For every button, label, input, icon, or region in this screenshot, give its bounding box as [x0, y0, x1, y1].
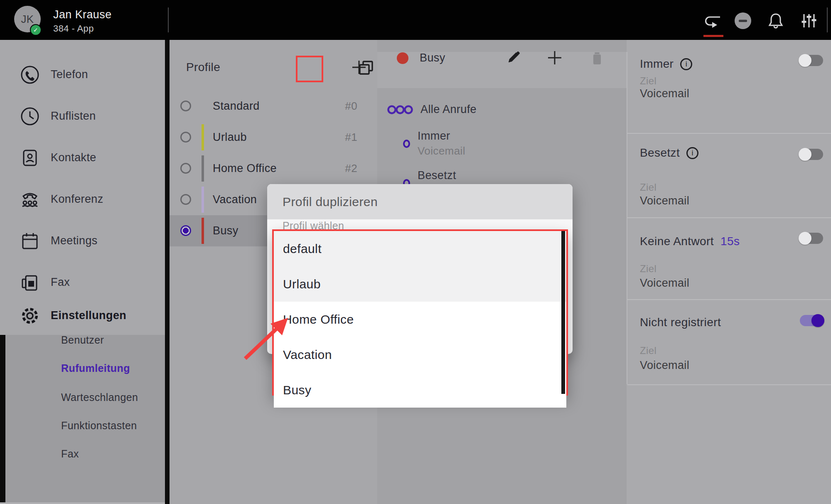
profile-row-standard[interactable]: Standard #0	[170, 91, 377, 122]
section-label-besetzt: Besetzt i	[640, 146, 698, 160]
user-name: Jan Krause	[53, 8, 112, 21]
profile-radio[interactable]	[180, 163, 191, 174]
user-extension: 384 - App	[53, 23, 94, 34]
notifications-bell-icon[interactable]	[767, 12, 785, 30]
dropdown-option-busy[interactable]: Busy	[274, 372, 566, 408]
edit-profile-icon[interactable]	[505, 50, 521, 66]
forwarding-settings-panel: Immer i Ziel Voicemail Besetzt i Ziel Vo…	[627, 40, 831, 504]
target-label: Ziel	[640, 182, 656, 193]
profile-select-dropdown: default Urlaub Home Office Vacation Busy	[272, 229, 568, 396]
sidebar-item-meetings[interactable]: Meetings	[0, 231, 165, 264]
target-label: Ziel	[640, 263, 656, 275]
dropdown-scrollbar[interactable]	[561, 231, 565, 394]
settings-active-bar	[0, 335, 5, 502]
sidebar-item-konferenz[interactable]: Konferenz	[0, 189, 165, 223]
header-divider	[168, 7, 169, 32]
dropdown-option-default[interactable]: default	[274, 231, 566, 266]
contact-card-icon	[20, 148, 40, 168]
profile-color-bar	[202, 124, 204, 150]
online-status-icon: ✓	[30, 24, 42, 36]
profile-radio[interactable]	[180, 132, 191, 143]
phone-icon	[20, 65, 40, 85]
sidebar-subitem-funktionstasten[interactable]: Funktionstasten	[61, 420, 137, 432]
modal-title: Profil duplizieren	[283, 195, 378, 209]
toggle-besetzt[interactable]	[800, 149, 823, 160]
dropdown-option-vacation[interactable]: Vacation	[274, 337, 566, 372]
header-divider	[827, 7, 828, 32]
profile-radio[interactable]	[180, 194, 191, 205]
annotation-box-duplicate-icon	[296, 56, 323, 82]
top-bar: JK ✓ Jan Krause 384 - App	[0, 0, 831, 40]
info-icon[interactable]: i	[680, 58, 692, 70]
profile-status-dot	[397, 52, 408, 64]
profile-color-bar	[202, 187, 204, 213]
sidebar-item-telefon[interactable]: Telefon	[0, 65, 165, 98]
settings-sliders-icon[interactable]	[800, 12, 818, 30]
section-divider	[627, 217, 831, 218]
avatar-initials: JK	[21, 13, 34, 26]
sidebar-item-einstellungen[interactable]: Einstellungen	[0, 306, 165, 339]
panel-divider	[627, 52, 627, 384]
fax-icon	[20, 273, 40, 293]
section-label-immer: Immer i	[640, 57, 692, 71]
annotation-arrow	[231, 305, 301, 368]
toggle-immer[interactable]	[800, 55, 823, 66]
toggle-knob	[799, 148, 811, 161]
sidebar: Telefon Ruflisten Kontakte Konferenz Mee	[0, 40, 165, 504]
target-value[interactable]: Voicemail	[640, 359, 689, 372]
toggle-knob	[799, 54, 811, 67]
sidebar-footer	[0, 502, 165, 504]
call-forwarding-icon[interactable]	[703, 12, 722, 30]
calendar-icon	[20, 231, 40, 251]
target-label: Ziel	[640, 75, 656, 87]
no-answer-timeout[interactable]: 15s	[720, 235, 740, 248]
target-value[interactable]: Voicemail	[640, 194, 689, 207]
dropdown-option-urlaub[interactable]: Urlaub	[274, 266, 566, 302]
clock-icon	[20, 106, 40, 126]
call-forwarding-active-underline	[703, 35, 723, 37]
sidebar-item-ruflisten[interactable]: Ruflisten	[0, 106, 165, 140]
all-calls-icon	[387, 104, 414, 117]
sidebar-subitem-fax[interactable]: Fax	[61, 448, 79, 460]
profile-radio-selected[interactable]	[180, 225, 191, 236]
sidebar-subitem-warteschlangen[interactable]: Warteschlangen	[61, 391, 138, 403]
sidebar-subitem-rufumleitung[interactable]: Rufumleitung	[61, 362, 130, 374]
do-not-disturb-icon[interactable]	[734, 12, 752, 30]
sidebar-divider-rail	[165, 40, 170, 504]
target-value[interactable]: Voicemail	[640, 277, 689, 290]
toggle-nicht-registriert[interactable]	[800, 315, 823, 326]
app-window: JK ✓ Jan Krause 384 - App	[0, 0, 831, 504]
section-label-keine-antwort: Keine Antwort 15s	[640, 235, 740, 248]
toggle-keine-antwort[interactable]	[800, 233, 823, 244]
profiles-title: Profile	[186, 61, 220, 74]
add-rule-icon[interactable]	[547, 50, 563, 66]
rule-group-row[interactable]: Alle Anrufe	[377, 98, 627, 123]
gear-icon	[20, 306, 40, 326]
profile-color-bar	[202, 155, 204, 182]
target-value[interactable]: Voicemail	[640, 87, 689, 100]
target-label: Ziel	[640, 345, 656, 356]
conference-icon	[20, 189, 40, 209]
sidebar-item-kontakte[interactable]: Kontakte	[0, 148, 165, 181]
sidebar-item-fax[interactable]: Fax	[0, 273, 165, 306]
settings-section	[0, 335, 165, 502]
active-profile-title: Busy	[420, 52, 445, 64]
section-divider	[627, 299, 831, 300]
add-profile-button[interactable]	[351, 59, 367, 76]
profile-row-home-office[interactable]: Home Office #2	[170, 153, 377, 184]
profile-row-urlaub[interactable]: Urlaub #1	[170, 122, 377, 153]
section-divider	[627, 384, 831, 385]
section-label-nicht-registriert: Nicht registriert	[640, 316, 721, 329]
rule-immer[interactable]: Immer Voicemail	[377, 127, 627, 160]
delete-profile-icon[interactable]	[589, 50, 605, 66]
profile-color-bar	[202, 218, 204, 244]
info-icon[interactable]: i	[686, 147, 698, 159]
profile-radio[interactable]	[180, 101, 191, 111]
dropdown-option-home-office[interactable]: Home Office	[274, 302, 566, 337]
section-divider	[627, 133, 831, 134]
toggle-knob	[811, 314, 824, 327]
toggle-knob	[799, 232, 811, 245]
rule-bullet-icon	[403, 140, 410, 148]
